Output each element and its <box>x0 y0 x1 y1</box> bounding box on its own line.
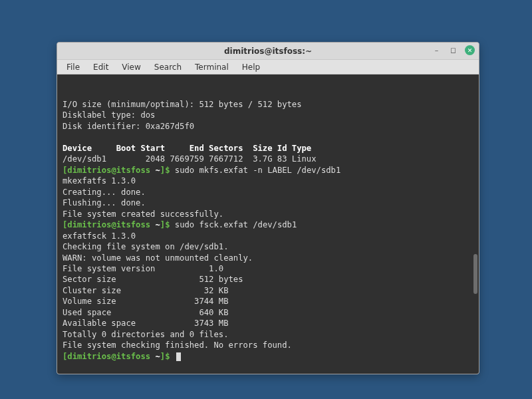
output-line: Used space 640 KB <box>63 308 228 317</box>
output-line: Disklabel type: dos <box>63 110 155 120</box>
prompt-symbol: $ <box>165 352 170 361</box>
output-line: Sector size 512 bytes <box>63 275 243 284</box>
titlebar[interactable]: dimitrios@itsfoss:~ – ◻ ✕ <box>57 43 479 60</box>
output-line: Flushing... done. <box>63 198 146 207</box>
menu-help[interactable]: Help <box>237 61 265 73</box>
prompt-path: ~ <box>155 220 160 229</box>
prompt-symbol: $ <box>165 220 170 229</box>
output-line: exfatfsck 1.3.0 <box>63 231 136 241</box>
output-line: File system checking finished. No errors… <box>63 340 292 350</box>
menu-view[interactable]: View <box>116 61 146 73</box>
table-header: Device Boot Start End Sectors Size Id Ty… <box>63 144 311 153</box>
menu-terminal[interactable]: Terminal <box>190 61 234 73</box>
menu-search[interactable]: Search <box>149 61 187 73</box>
menu-file[interactable]: File <box>61 61 85 73</box>
prompt-userhost: dimitrios@itsfoss <box>67 352 150 361</box>
scrollbar-thumb[interactable] <box>473 254 477 294</box>
output-line: Disk identifier: 0xa267d5f0 <box>63 122 194 131</box>
prompt-userhost: dimitrios@itsfoss <box>67 166 150 175</box>
output-line: Creating... done. <box>63 188 146 197</box>
output-line: WARN: volume was not unmounted cleanly. <box>63 253 253 263</box>
close-button[interactable]: ✕ <box>465 45 475 55</box>
menu-edit[interactable]: Edit <box>88 61 114 73</box>
command-text: sudo fsck.exfat /dev/sdb1 <box>175 220 297 229</box>
cursor <box>176 352 181 361</box>
command-text: sudo mkfs.exfat -n LABEL /dev/sdb1 <box>175 166 340 175</box>
terminal-window: dimitrios@itsfoss:~ – ◻ ✕ File Edit View… <box>57 42 479 374</box>
minimize-button[interactable]: – <box>432 45 442 55</box>
output-line: Checking file system on /dev/sdb1. <box>63 242 228 251</box>
prompt-path: ~ <box>155 166 160 175</box>
window-title: dimitrios@itsfoss:~ <box>224 47 312 56</box>
prompt-path: ~ <box>155 352 160 361</box>
terminal-viewport[interactable]: I/O size (minimum/optimal): 512 bytes / … <box>57 74 479 374</box>
terminal-output: I/O size (minimum/optimal): 512 bytes / … <box>63 99 475 362</box>
prompt-symbol: $ <box>165 166 170 175</box>
output-line: mkexfatfs 1.3.0 <box>63 176 136 186</box>
table-row: /dev/sdb1 2048 7669759 7667712 3.7G 83 L… <box>63 154 317 164</box>
output-line: Totally 0 directories and 0 files. <box>63 330 228 339</box>
output-line: I/O size (minimum/optimal): 512 bytes / … <box>63 100 302 109</box>
menubar: File Edit View Search Terminal Help <box>57 60 479 74</box>
maximize-button[interactable]: ◻ <box>448 45 458 55</box>
window-controls: – ◻ ✕ <box>432 45 475 55</box>
output-line: Volume size 3744 MB <box>63 297 228 306</box>
output-line: Available space 3743 MB <box>63 319 228 328</box>
output-line: Cluster size 32 KB <box>63 286 228 295</box>
output-line: File system version 1.0 <box>63 264 223 273</box>
prompt-userhost: dimitrios@itsfoss <box>67 220 150 229</box>
output-line: File system created successfully. <box>63 209 223 219</box>
